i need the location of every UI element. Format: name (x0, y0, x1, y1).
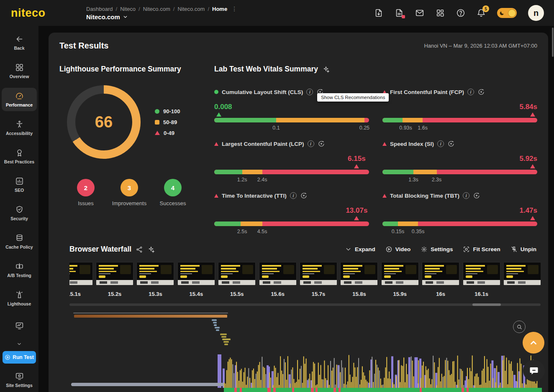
filmstrip-frame[interactable]: 15.3s (135, 262, 176, 297)
filmstrip-frame[interactable]: 15.7s (298, 262, 339, 297)
filmstrip-thumbnail[interactable] (177, 262, 215, 285)
niteco-logo[interactable]: niteco (0, 7, 75, 20)
info-icon[interactable]: i (306, 89, 313, 95)
breadcrumb-item[interactable]: Niteco.com (143, 6, 170, 12)
breadcrumb-item[interactable]: Niteco (120, 6, 136, 12)
metric-scale-bar (214, 221, 369, 226)
breadcrumb: Dashboard / Niteco / Niteco.com / Niteco… (86, 5, 237, 12)
filmstrip-frame[interactable]: 16s (421, 262, 461, 297)
filmstrip-thumbnail[interactable] (69, 262, 93, 285)
metric-scale-bar (382, 118, 537, 122)
filmstrip-frame[interactable]: 15.2s (94, 262, 135, 297)
filmstrip-thumbnail[interactable] (300, 262, 337, 285)
settings-button[interactable]: Settings (421, 246, 453, 253)
recommendations-icon[interactable] (318, 140, 325, 148)
mail-icon[interactable] (415, 8, 424, 18)
filmstrip-thumbnail[interactable] (340, 262, 378, 285)
filmstrip-thumbnail[interactable] (422, 262, 459, 285)
breadcrumb-item[interactable]: Dashboard (86, 6, 113, 12)
page-scrollbar[interactable] (552, 28, 554, 57)
chat-widget-button[interactable] (523, 360, 545, 382)
recommendations-icon[interactable] (477, 88, 485, 96)
fit-screen-button[interactable]: Fit Screen (463, 246, 500, 253)
filmstrip-thumbnail[interactable] (259, 262, 297, 285)
user-avatar[interactable]: n (528, 5, 544, 21)
filmstrip-thumbnail[interactable] (381, 262, 419, 285)
filmstrip-frame[interactable]: 15.5s (217, 262, 257, 297)
video-button[interactable]: Video (385, 246, 411, 253)
expand-label: Expand (355, 246, 375, 252)
scrollbar-thumb[interactable] (472, 303, 501, 306)
waterfall-chart[interactable] (69, 309, 541, 351)
cls-recommendations-tooltip: Show CLS Recommendations (317, 93, 389, 102)
info-icon[interactable]: i (308, 140, 314, 147)
sidebar-item-performance[interactable]: Performance (2, 88, 37, 111)
theme-toggle[interactable] (497, 8, 517, 18)
info-icon[interactable]: i (437, 140, 444, 147)
scale-tick: 1.2s (237, 177, 247, 183)
sidebar-item-ab-testing[interactable]: A/B Testing (2, 258, 37, 282)
scroll-to-top-button[interactable] (523, 332, 544, 354)
filmstrip-thumbnail[interactable] (218, 262, 256, 285)
filmstrip-scrollbar[interactable] (69, 303, 541, 306)
recommendations-icon[interactable] (447, 140, 455, 148)
expand-button[interactable]: Expand (345, 246, 375, 253)
info-icon[interactable]: i (290, 192, 297, 199)
zoom-button[interactable] (513, 321, 526, 333)
run-test-button[interactable]: Run Test (3, 351, 36, 364)
filmstrip-frame[interactable]: 15.1s (69, 262, 94, 297)
filmstrip-thumbnail[interactable] (503, 262, 541, 285)
info-icon[interactable]: i (467, 89, 474, 95)
sidebar-item-back[interactable]: Back (2, 31, 37, 54)
sidebar-item-label: A/B Testing (7, 273, 31, 278)
recommendations-icon[interactable] (473, 192, 480, 199)
download-pdf-icon[interactable] (374, 8, 383, 18)
filmstrip-frame[interactable]: 15.4s (176, 262, 216, 297)
sidebar-item-overview[interactable]: Overview (2, 59, 37, 83)
sidebar-item-monitoring[interactable] (2, 315, 37, 339)
filmstrip-thumbnail[interactable] (463, 262, 500, 285)
unpin-button[interactable]: Unpin (510, 246, 536, 253)
breadcrumb-item-current[interactable]: Home (212, 6, 227, 12)
download-csv-icon[interactable] (395, 8, 404, 18)
filmstrip-frame[interactable]: 15.8s (339, 262, 380, 297)
filmstrip-frame[interactable]: 15.6s (257, 262, 298, 297)
summary-counter[interactable]: 2 Issues (70, 179, 101, 206)
sidebar-item-accessibility[interactable]: Accessibility (2, 116, 37, 140)
metric-value: 13.07s (346, 206, 367, 215)
breadcrumb-kebab-icon[interactable]: ⋮ (231, 5, 237, 12)
share-icon[interactable] (136, 246, 143, 253)
sidebar-item-site-settings[interactable]: Site Settings (2, 369, 37, 390)
sidebar-item-cache-policy[interactable]: Cache Policy (2, 230, 37, 253)
sidebar-scroll-more[interactable] (16, 341, 22, 349)
counter-label: Issues (78, 200, 94, 206)
scale-orange-zone (241, 221, 262, 226)
recommendations-icon[interactable] (300, 192, 308, 199)
breadcrumb-separator: / (173, 6, 175, 12)
sidebar-item-seo[interactable]: SEO (2, 173, 37, 196)
site-selector-dropdown[interactable]: Niteco.com (86, 13, 237, 20)
filmstrip-frame[interactable]: 15.9s (380, 262, 420, 297)
breadcrumb-separator: / (138, 6, 140, 12)
counter-value: 3 (121, 179, 138, 196)
summary-counter[interactable]: 3 Improvements (114, 179, 145, 206)
sidebar-item-label: Cache Policy (5, 244, 33, 249)
info-icon[interactable]: i (463, 192, 469, 199)
breadcrumb-item[interactable]: Niteco.com (177, 6, 205, 12)
sidebar-item-best-practices[interactable]: Best Practices (2, 145, 37, 168)
filmstrip-thumbnail[interactable] (136, 262, 174, 285)
sparkles-icon[interactable] (322, 66, 330, 73)
sparkles-icon[interactable] (147, 246, 155, 253)
filmstrip-thumbnail[interactable] (96, 262, 133, 285)
sidebar-item-lighthouse[interactable]: Lighthouse (2, 287, 37, 310)
apps-grid-icon[interactable] (436, 8, 445, 18)
filmstrip-frame[interactable]: 16.1s (461, 262, 502, 297)
help-icon[interactable] (456, 8, 465, 18)
metric-status-shape (382, 142, 387, 146)
settings-label: Settings (431, 246, 453, 252)
filmstrip-frame[interactable] (502, 262, 541, 297)
sidebar-item-security[interactable]: Security (2, 201, 37, 225)
summary-counter[interactable]: 4 Successes (157, 179, 188, 206)
notifications-bell-icon[interactable]: 5 (477, 8, 486, 18)
metric-marker (216, 112, 221, 117)
